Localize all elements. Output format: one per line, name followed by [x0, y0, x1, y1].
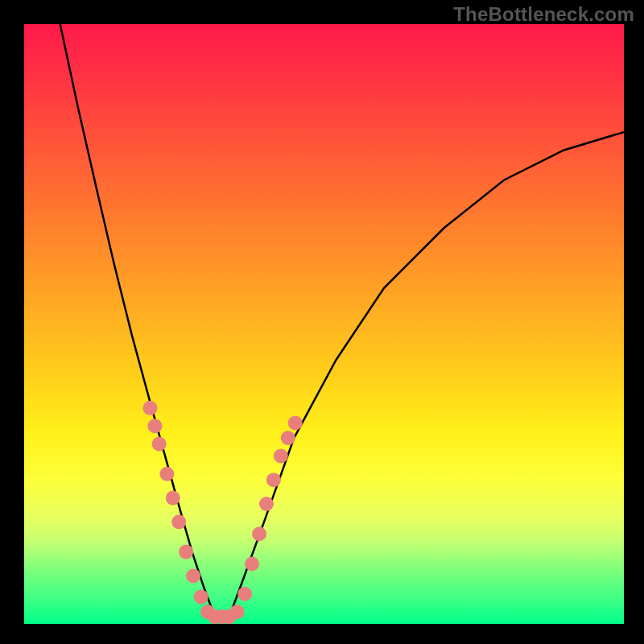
attribution-label: TheBottleneck.com [453, 3, 634, 26]
scatter-dots-group [142, 401, 302, 624]
scatter-dot [142, 401, 157, 415]
plot-area [24, 24, 624, 624]
scatter-dot [259, 497, 274, 511]
scatter-dot [147, 419, 162, 433]
line-right-arm [240, 132, 624, 588]
scatter-dot [252, 526, 266, 541]
scatter-dot [266, 473, 281, 487]
scatter-dot [194, 589, 208, 604]
line-left-arm [60, 24, 204, 588]
line-series-group [60, 24, 624, 617]
scatter-dot [274, 448, 288, 463]
scatter-dot [171, 514, 186, 529]
scatter-dot [152, 437, 167, 452]
chart-frame: TheBottleneck.com [0, 0, 644, 644]
scatter-dot [237, 587, 252, 601]
scatter-dot [281, 431, 295, 445]
scatter-dot [179, 545, 193, 559]
scatter-dot [186, 568, 200, 583]
scatter-dot [288, 415, 303, 430]
scatter-dot [166, 491, 180, 506]
scatter-dot [159, 467, 174, 481]
chart-svg [24, 24, 624, 624]
scatter-dot [229, 605, 244, 619]
scatter-dot [245, 557, 259, 572]
